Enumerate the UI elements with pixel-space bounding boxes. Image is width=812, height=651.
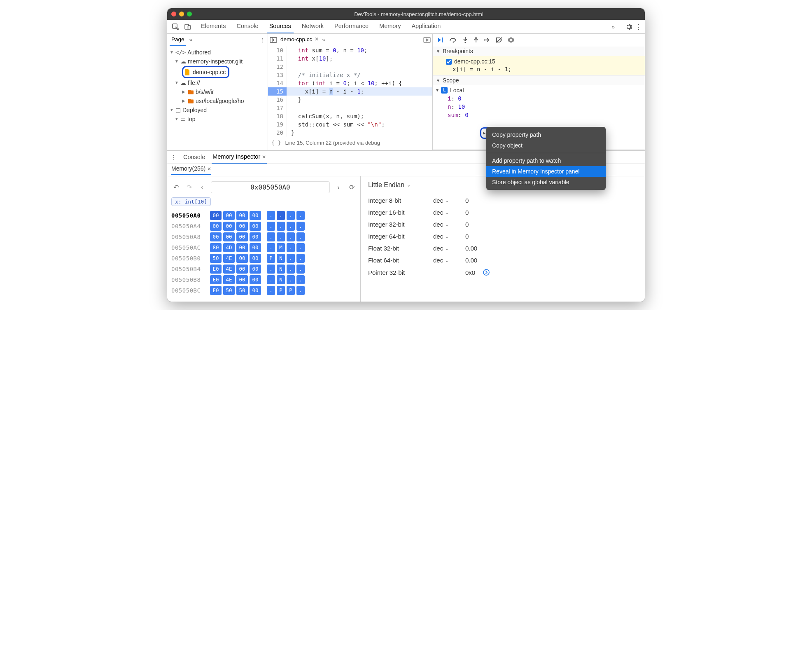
tab-application[interactable]: Application	[409, 20, 443, 33]
pretty-print-icon[interactable]: { }	[271, 140, 281, 146]
code-line[interactable]: 14 for (int i = 0; i < 10; ++i) {	[268, 79, 432, 87]
scope-header[interactable]: ▼Scope	[433, 75, 645, 85]
settings-icon[interactable]	[625, 23, 632, 30]
context-menu-item[interactable]: Store object as global variable	[486, 177, 606, 187]
code-editor[interactable]: 10 int sum = 0, n = 10;11 int x[10];12 1…	[268, 46, 432, 137]
code-line[interactable]: 13 /* initialize x */	[268, 71, 432, 79]
breakpoint-checkbox[interactable]	[446, 59, 452, 65]
scope-local-header[interactable]: ▼LLocal	[436, 86, 642, 94]
refresh-icon[interactable]: ⟳	[347, 183, 356, 191]
context-menu-item[interactable]: Reveal in Memory Inspector panel	[486, 166, 606, 177]
code-line[interactable]: 12	[268, 63, 432, 71]
memory-tab[interactable]: Memory(256) ✕	[171, 165, 211, 175]
inspect-element-icon[interactable]	[170, 21, 181, 33]
code-line[interactable]: 20}	[268, 129, 432, 137]
scope-var-i[interactable]: i: 0	[436, 94, 642, 103]
value-text: 0	[465, 197, 469, 204]
redo-icon[interactable]: ↷	[184, 183, 194, 191]
format-select[interactable]: dec⌄	[433, 209, 458, 216]
code-line[interactable]: 16 }	[268, 96, 432, 104]
hex-row[interactable]: 005050B4E04E0000.N..	[171, 264, 356, 274]
value-label: Integer 32-bit	[368, 221, 426, 228]
breakpoint-item[interactable]: demo-cpp.cc:15 x[i] = n - i - 1;	[433, 56, 645, 75]
next-page-icon[interactable]: ›	[334, 184, 343, 191]
tab-network[interactable]: Network	[299, 20, 326, 33]
pause-on-exceptions-icon[interactable]	[508, 37, 514, 43]
prev-page-icon[interactable]: ‹	[198, 184, 207, 191]
close-drawer-tab-icon[interactable]: ✕	[262, 154, 266, 160]
tab-sources[interactable]: Sources	[267, 20, 294, 33]
tree-folder-1[interactable]: ▶b/s/w/ir	[168, 87, 267, 96]
drawer-tab-console[interactable]: Console	[182, 151, 206, 163]
zoom-window-button[interactable]	[187, 12, 192, 16]
code-line[interactable]: 19 std::cout << sum << "\n";	[268, 120, 432, 129]
kebab-menu-icon[interactable]: ⋮	[635, 22, 642, 31]
address-input[interactable]: 0x005050A0	[211, 181, 330, 193]
editor-tab-current[interactable]: demo-cpp.cc ✕	[280, 34, 320, 46]
scope-var-n[interactable]: n: 10	[436, 103, 642, 111]
run-snippet-icon[interactable]	[423, 37, 431, 43]
tree-folder-2[interactable]: ▶usr/local/google/ho	[168, 96, 267, 105]
deactivate-breakpoints-icon[interactable]	[495, 37, 503, 43]
toggle-navigator-icon[interactable]	[270, 37, 277, 43]
drawer-tab-memory-inspector[interactable]: Memory Inspector✕	[212, 151, 267, 164]
step-out-icon[interactable]	[473, 37, 479, 43]
scope-var-sum[interactable]: sum: 0	[436, 111, 642, 119]
hex-row[interactable]: 005050A000000000....	[171, 210, 356, 221]
svg-rect-16	[511, 39, 512, 41]
navigator-menu-icon[interactable]: ⋮	[259, 37, 265, 43]
navigator-more-icon[interactable]: »	[189, 37, 193, 43]
tree-deployed[interactable]: ▼◫Deployed	[168, 105, 267, 115]
context-menu-item[interactable]: Add property path to watch	[486, 155, 606, 166]
tab-performance[interactable]: Performance	[332, 20, 371, 33]
hex-row[interactable]: 005050BCE0505000.PP.	[171, 285, 356, 296]
code-line[interactable]: 18 calcSum(x, n, sum);	[268, 112, 432, 120]
format-select[interactable]: dec⌄	[433, 221, 458, 228]
step-over-icon[interactable]	[449, 37, 457, 43]
code-line[interactable]: 10 int sum = 0, n = 10;	[268, 46, 432, 54]
hex-row[interactable]: 005050A800000000....	[171, 232, 356, 242]
tree-top-frame[interactable]: ▼▭top	[168, 115, 267, 124]
window-controls	[171, 12, 192, 16]
tab-memory[interactable]: Memory	[377, 20, 403, 33]
hex-dump[interactable]: 005050A000000000....005050A400000000....…	[171, 210, 356, 296]
breakpoints-header[interactable]: ▼Breakpoints	[433, 46, 645, 56]
tree-file-scheme[interactable]: ▼☁file://	[168, 78, 267, 87]
hex-row[interactable]: 005050AC804D0000.M..	[171, 242, 356, 253]
more-tabs-icon[interactable]: »	[611, 23, 615, 30]
code-line[interactable]: 17	[268, 104, 432, 112]
highlight-chip[interactable]: x: int[10]	[171, 197, 211, 206]
format-select[interactable]: dec⌄	[433, 197, 458, 204]
resume-icon[interactable]	[437, 37, 444, 43]
code-line[interactable]: 11 int x[10];	[268, 54, 432, 63]
step-icon[interactable]	[484, 37, 490, 43]
tree-file-demo-cpp[interactable]: demo-cpp.cc	[168, 66, 267, 78]
close-window-button[interactable]	[171, 12, 176, 16]
code-line[interactable]: 15 x[i] = n - i - 1;	[268, 87, 432, 96]
hex-row[interactable]: 005050A400000000....	[171, 221, 356, 232]
tab-elements[interactable]: Elements	[198, 20, 228, 33]
format-select[interactable]: dec⌄	[433, 233, 458, 240]
value-row: Integer 64-bitdec⌄0	[368, 230, 637, 242]
format-select[interactable]: dec⌄	[433, 245, 458, 252]
tree-authored[interactable]: ▼</>Authored	[168, 48, 267, 57]
editor-pane: demo-cpp.cc ✕ » 10 int sum = 0, n = 10;1…	[268, 34, 433, 150]
undo-icon[interactable]: ↶	[171, 183, 180, 191]
tab-console[interactable]: Console	[234, 20, 261, 33]
close-tab-icon[interactable]: ✕	[315, 36, 319, 42]
minimize-window-button[interactable]	[179, 12, 184, 16]
hex-row[interactable]: 005050B0504E0000PN..	[171, 253, 356, 264]
jump-to-address-icon[interactable]	[483, 269, 490, 276]
device-toolbar-icon[interactable]	[182, 21, 194, 33]
drawer-menu-icon[interactable]: ⋮	[170, 154, 177, 161]
debugger-pane: ▼Breakpoints demo-cpp.cc:15 x[i] = n - i…	[433, 34, 645, 150]
context-menu-item[interactable]: Copy property path	[486, 129, 606, 140]
close-memory-tab-icon[interactable]: ✕	[207, 166, 211, 172]
editor-more-tabs-icon[interactable]: »	[322, 37, 325, 43]
navigator-tab-page[interactable]: Page	[170, 34, 186, 46]
hex-row[interactable]: 005050B8E04E0000.N..	[171, 274, 356, 285]
format-select[interactable]: dec⌄	[433, 257, 458, 264]
tree-domain[interactable]: ▼☁memory-inspector.glit	[168, 57, 267, 66]
context-menu-item[interactable]: Copy object	[486, 140, 606, 151]
step-into-icon[interactable]	[462, 37, 468, 43]
